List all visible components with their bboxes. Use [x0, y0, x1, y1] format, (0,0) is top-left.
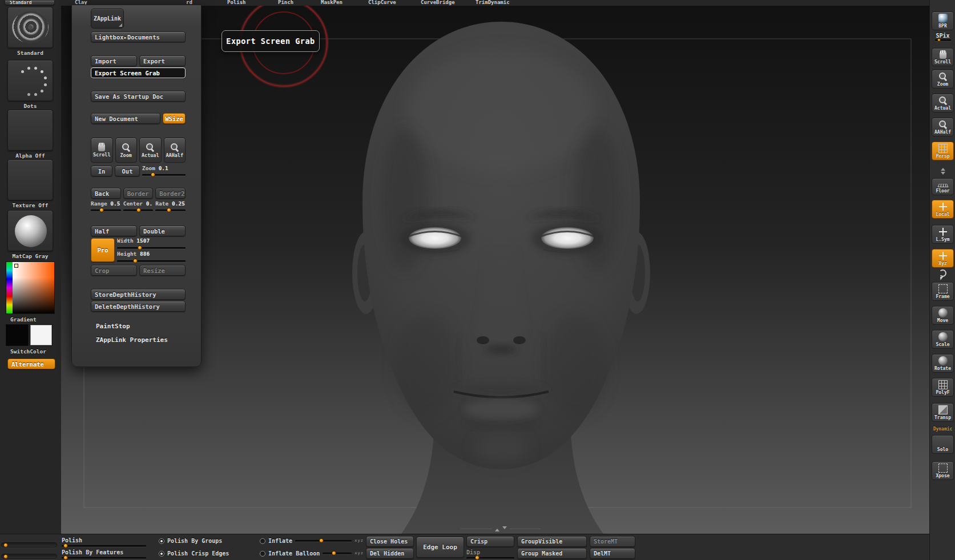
doc-scroll-button[interactable]: Scroll: [91, 138, 113, 163]
rate-slider[interactable]: Rate 0.25: [155, 201, 186, 211]
brush-selector[interactable]: [7, 7, 53, 48]
width-slider[interactable]: Width 1507: [117, 238, 186, 249]
polish-crisp-edges-radio[interactable]: Polish Crisp Edges: [159, 550, 229, 557]
radio-icon[interactable]: [159, 538, 164, 544]
zoom-button[interactable]: Zoom: [932, 70, 954, 88]
stroke-selector[interactable]: [7, 60, 53, 101]
tray-slider[interactable]: [1, 542, 57, 547]
hue-strip[interactable]: [6, 262, 13, 313]
doc-aahalf-button[interactable]: AAHalf: [164, 138, 186, 163]
paintstop-item[interactable]: PaintStop: [96, 323, 130, 330]
move-button[interactable]: Move: [932, 306, 954, 325]
rotate-button[interactable]: Rotate: [932, 354, 954, 373]
saturation-square[interactable]: [13, 262, 54, 313]
slider-handle[interactable]: [319, 538, 324, 543]
alternate-button[interactable]: Alternate: [7, 358, 55, 369]
slider-track[interactable]: [91, 210, 121, 211]
arrow-down-icon[interactable]: [502, 526, 507, 531]
slider-track[interactable]: [62, 557, 146, 559]
bpr-button[interactable]: BPR: [932, 11, 954, 30]
crop-button[interactable]: Crop: [91, 265, 137, 276]
slider-track[interactable]: [117, 247, 186, 249]
slider-track[interactable]: [142, 174, 186, 176]
slider-handle[interactable]: [3, 554, 8, 559]
arrow-up-icon[interactable]: [941, 166, 945, 171]
actual-button[interactable]: Actual: [932, 94, 954, 112]
radio-icon[interactable]: [260, 551, 265, 557]
border2-button[interactable]: Border2: [155, 188, 186, 199]
slider-track[interactable]: [323, 553, 352, 554]
top-brush-polish[interactable]: Polish: [227, 0, 246, 5]
top-brush-trimdynamic[interactable]: TrimDynamic: [476, 0, 510, 5]
arrow-down-icon[interactable]: [941, 172, 945, 177]
spix-slider[interactable]: SPix: [932, 32, 954, 42]
texture-selector[interactable]: [7, 159, 53, 200]
doc-actual-button[interactable]: Actual: [139, 138, 162, 163]
material-thumbnail-icon[interactable]: [7, 210, 53, 251]
polish-by-groups-radio[interactable]: Polish By Groups: [159, 538, 222, 544]
slider-handle[interactable]: [151, 172, 155, 177]
zapplink-button[interactable]: ZAppLink: [91, 9, 124, 29]
frame-button[interactable]: Frame: [932, 282, 954, 301]
slider-handle[interactable]: [133, 259, 138, 263]
delete-depth-history-button[interactable]: DeleteDepthHistory: [91, 301, 186, 312]
local-button[interactable]: Local: [932, 200, 954, 219]
slider-handle[interactable]: [937, 38, 941, 42]
top-brush-maskpen[interactable]: MaskPen: [321, 0, 342, 5]
top-brush-clipcurve[interactable]: ClipCurve: [368, 0, 396, 5]
alpha-selector[interactable]: [7, 110, 53, 151]
polish-slider[interactable]: Polish: [62, 537, 146, 547]
doc-zoom-button[interactable]: Zoom: [115, 138, 138, 163]
store-depth-history-button[interactable]: StoreDepthHistory: [91, 289, 186, 300]
radio-icon[interactable]: [260, 538, 265, 544]
resize-button[interactable]: Resize: [139, 265, 186, 276]
solo-button[interactable]: Solo: [932, 435, 954, 454]
group-masked-button[interactable]: Group Masked: [517, 548, 587, 559]
new-document-button[interactable]: New Document: [91, 113, 160, 124]
slider-handle[interactable]: [475, 555, 479, 560]
pro-button[interactable]: Pro: [91, 238, 115, 262]
dock-arrows[interactable]: [932, 166, 954, 177]
scroll-button[interactable]: Scroll: [932, 48, 954, 66]
canvas-divider-arrows[interactable]: [461, 526, 541, 531]
zoom-out-button[interactable]: Out: [115, 166, 140, 176]
secondary-color-swatch[interactable]: [30, 324, 53, 346]
slider-handle[interactable]: [167, 208, 171, 212]
texture-thumbnail-icon[interactable]: [7, 159, 53, 200]
crisp-button[interactable]: Crisp: [466, 536, 514, 547]
close-holes-button[interactable]: Close Holes: [366, 536, 414, 547]
save-as-startup-doc-button[interactable]: Save As Startup Doc: [91, 91, 186, 102]
lsym-button[interactable]: L.Sym: [932, 225, 954, 244]
slider-handle[interactable]: [63, 543, 68, 548]
wsize-button[interactable]: WSize: [163, 113, 186, 124]
slider-track[interactable]: [155, 210, 186, 211]
polyf-button[interactable]: PolyF: [932, 378, 954, 397]
color-picker[interactable]: [6, 261, 55, 314]
height-slider[interactable]: Height 886: [117, 251, 186, 262]
slider-handle[interactable]: [3, 543, 8, 547]
scale-button[interactable]: Scale: [932, 330, 954, 349]
border-button[interactable]: Border: [123, 188, 154, 199]
zoom-in-button[interactable]: In: [91, 166, 112, 176]
export-button[interactable]: Export: [139, 55, 186, 66]
range-slider[interactable]: Range 0.5: [91, 201, 121, 211]
material-selector[interactable]: [7, 210, 53, 251]
circular-arrow-icon[interactable]: [939, 269, 946, 277]
back-button[interactable]: Back: [91, 188, 121, 199]
group-visible-button[interactable]: GroupVisible: [517, 536, 587, 547]
slider-track[interactable]: [123, 210, 154, 211]
xpose-button[interactable]: Xpose: [932, 461, 954, 480]
slider-handle[interactable]: [63, 555, 68, 560]
top-brush-curvebridge[interactable]: CurveBridge: [421, 0, 455, 5]
slider-handle[interactable]: [136, 208, 141, 212]
transp-button[interactable]: Transp: [932, 403, 954, 422]
inflate-slider[interactable]: Inflate xyz: [260, 538, 364, 544]
axis-mini-icon[interactable]: xyz: [354, 539, 364, 543]
slider-track[interactable]: [935, 39, 951, 41]
slider-handle[interactable]: [332, 551, 336, 555]
inflate-balloon-slider[interactable]: Inflate Balloon xyz: [260, 550, 364, 557]
radio-icon[interactable]: [159, 551, 164, 557]
zapplink-properties-item[interactable]: ZAppLink Properties: [96, 336, 168, 344]
xyz-button[interactable]: Xyz: [932, 249, 954, 268]
arrow-up-icon[interactable]: [495, 526, 499, 531]
